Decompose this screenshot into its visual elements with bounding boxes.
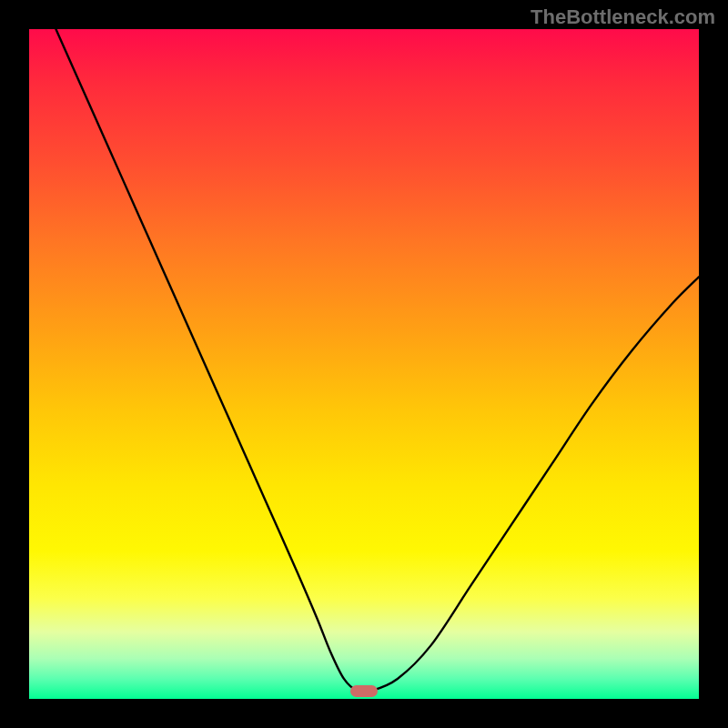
watermark-text: TheBottleneck.com: [531, 5, 715, 29]
chart-frame: TheBottleneck.com: [0, 0, 728, 728]
curve-svg: [29, 29, 699, 699]
plot-area: [29, 29, 699, 699]
optimal-marker: [350, 685, 377, 697]
bottleneck-curve: [56, 29, 699, 693]
